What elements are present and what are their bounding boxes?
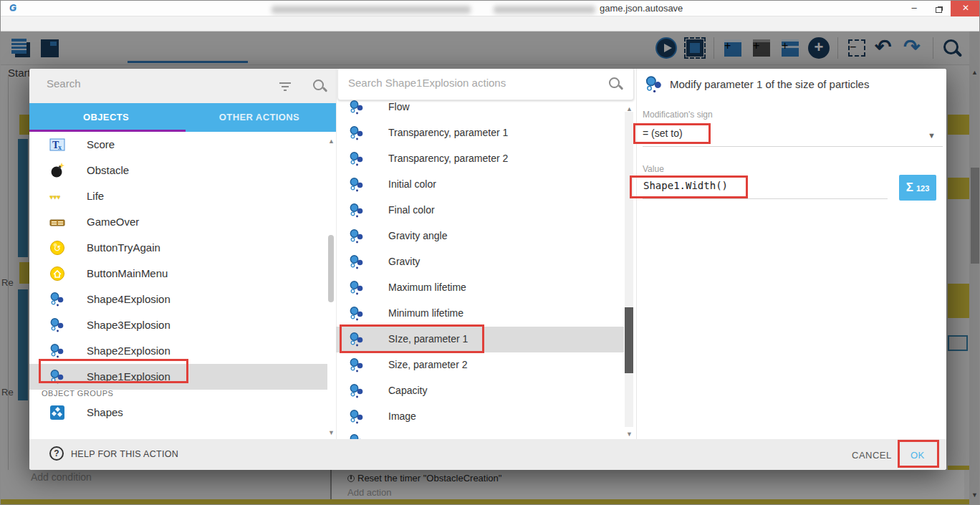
search-icon[interactable] bbox=[607, 76, 623, 92]
search-icon[interactable] bbox=[312, 78, 327, 94]
action-list-item[interactable]: Maximum lifetime bbox=[336, 275, 624, 301]
field-underline bbox=[643, 146, 943, 147]
annotation-box-size-parameter-1 bbox=[340, 324, 484, 353]
action-list-item[interactable]: Image bbox=[336, 404, 624, 430]
svg-text:↺: ↺ bbox=[54, 244, 61, 254]
object-list-item[interactable]: ♥♥♥ Life bbox=[29, 183, 327, 209]
object-label: Obstacle bbox=[87, 164, 129, 176]
tab-objects[interactable]: OBJECTS bbox=[29, 103, 183, 132]
object-list-item[interactable]: Shape3Explosion bbox=[29, 312, 327, 338]
action-list-item[interactable]: Minimum lifetime bbox=[336, 301, 624, 327]
retry-button-icon: ↺ bbox=[49, 240, 65, 256]
particles-icon bbox=[49, 343, 65, 359]
hearts-icon: ♥♥♥ bbox=[49, 188, 65, 204]
particles-icon bbox=[349, 229, 365, 244]
object-list-item[interactable]: ButtonMainMenu bbox=[29, 261, 327, 287]
action-label: Maximum lifetime bbox=[388, 282, 466, 293]
actions-search-input[interactable] bbox=[348, 77, 585, 89]
restore-button[interactable] bbox=[926, 1, 951, 16]
field-underline bbox=[643, 198, 888, 199]
tab-other-actions[interactable]: OTHER ACTIONS bbox=[183, 103, 336, 132]
particles-icon bbox=[349, 383, 365, 399]
help-icon[interactable]: ? bbox=[49, 446, 64, 461]
objects-search-input[interactable] bbox=[47, 77, 261, 90]
title-bar: G game.json.autosave – ✕ bbox=[1, 1, 980, 16]
particles-icon bbox=[349, 306, 365, 322]
group-label: Shapes bbox=[87, 406, 123, 418]
particles-icon bbox=[49, 292, 65, 307]
annotation-box-shape1explosion bbox=[39, 359, 188, 383]
scrollbar-thumb[interactable] bbox=[625, 307, 633, 373]
action-label: Minimum lifetime bbox=[388, 307, 463, 319]
particles-icon bbox=[49, 317, 65, 333]
action-label: Transparency, parameter 2 bbox=[388, 153, 508, 164]
app-logo-icon: G bbox=[9, 2, 16, 13]
action-label: Transparency, parameter 1 bbox=[388, 127, 508, 138]
action-label: Gravity angle bbox=[388, 230, 447, 241]
action-list-item[interactable]: Initial color bbox=[336, 172, 624, 198]
particles-icon bbox=[349, 254, 365, 270]
particles-icon bbox=[349, 125, 365, 141]
objects-tabbar: OBJECTS OTHER ACTIONS bbox=[29, 103, 336, 132]
svg-text:x: x bbox=[58, 143, 62, 151]
sign-field-label: Modification's sign bbox=[643, 110, 713, 120]
choose-action-dialog: OBJECTS OTHER ACTIONS Tx Score Obstacle … bbox=[29, 69, 946, 470]
objects-list: Tx Score Obstacle ♥♥♥ Life GameOver ↺ Bu… bbox=[29, 132, 336, 439]
object-label: Shape2Explosion bbox=[87, 345, 170, 357]
expression-editor-button[interactable]: Σ123 bbox=[899, 175, 936, 201]
action-list-item[interactable]: Transparency, parameter 2 bbox=[336, 146, 624, 172]
cancel-button[interactable]: CANCEL bbox=[852, 450, 892, 461]
action-list-item[interactable]: Flow bbox=[336, 95, 624, 120]
help-link[interactable]: HELP FOR THIS ACTION bbox=[71, 449, 178, 459]
scroll-down-arrow-icon[interactable]: ▼ bbox=[328, 429, 335, 436]
action-list-item[interactable]: Size, parameter 2 bbox=[336, 352, 624, 378]
action-list-item[interactable]: Gravity bbox=[336, 249, 624, 275]
action-label: Size, parameter 2 bbox=[388, 359, 468, 370]
annotation-box-sign bbox=[633, 123, 711, 144]
action-list-item[interactable]: Gravity angle bbox=[336, 223, 624, 249]
object-groups-header: OBJECT GROUPS bbox=[42, 389, 113, 398]
window-title: game.json.autosave bbox=[600, 3, 683, 14]
restore-icon bbox=[936, 7, 942, 13]
text-object-icon: Tx bbox=[49, 137, 65, 153]
minimize-button[interactable]: – bbox=[902, 1, 926, 16]
filter-icon[interactable] bbox=[279, 81, 293, 95]
particles-icon bbox=[349, 151, 365, 167]
object-list-item[interactable]: GameOver bbox=[29, 209, 327, 235]
scroll-up-arrow-icon[interactable]: ▲ bbox=[328, 138, 335, 145]
action-label: Initial color bbox=[388, 178, 436, 190]
chevron-down-icon[interactable]: ▼ bbox=[928, 131, 936, 140]
action-label: Capacity bbox=[388, 385, 427, 396]
object-group-item[interactable]: Shapes bbox=[29, 400, 327, 425]
particles-icon bbox=[349, 100, 365, 115]
home-button-icon bbox=[49, 266, 65, 282]
object-list-item[interactable]: ↺ ButtonTryAgain bbox=[29, 235, 327, 261]
object-label: Shape4Explosion bbox=[87, 293, 170, 305]
menu-bar bbox=[1, 16, 980, 32]
scrollbar-thumb[interactable] bbox=[328, 235, 334, 302]
app-window: G game.json.autosave – ✕ Start bbox=[0, 0, 980, 505]
action-list-item[interactable]: Transparency, parameter 1 bbox=[336, 120, 624, 146]
particles-icon bbox=[349, 409, 365, 425]
close-button[interactable]: ✕ bbox=[951, 1, 980, 16]
action-list-item[interactable]: Final color bbox=[336, 198, 624, 223]
particles-icon bbox=[349, 357, 365, 373]
blurred-title-segment bbox=[272, 6, 471, 14]
object-label: ButtonTryAgain bbox=[87, 241, 160, 254]
object-list-item[interactable]: Obstacle bbox=[29, 158, 327, 183]
bomb-icon bbox=[49, 163, 65, 178]
object-label: GameOver bbox=[87, 216, 139, 228]
scrollbar-track[interactable] bbox=[625, 112, 633, 427]
particles-icon bbox=[349, 203, 365, 218]
particles-icon bbox=[349, 177, 365, 193]
annotation-box-value bbox=[630, 175, 748, 198]
object-label: Score bbox=[87, 138, 115, 150]
object-list-item[interactable]: Tx Score bbox=[29, 132, 327, 158]
action-list-item[interactable]: Capacity bbox=[336, 378, 624, 404]
scroll-down-arrow-icon[interactable]: ▼ bbox=[626, 431, 633, 438]
particles-icon bbox=[645, 75, 663, 94]
object-list-item[interactable]: Shape4Explosion bbox=[29, 287, 327, 312]
svg-text:♥♥♥: ♥♥♥ bbox=[49, 193, 60, 201]
action-label: Image bbox=[388, 410, 416, 422]
annotation-box-ok bbox=[898, 440, 939, 468]
